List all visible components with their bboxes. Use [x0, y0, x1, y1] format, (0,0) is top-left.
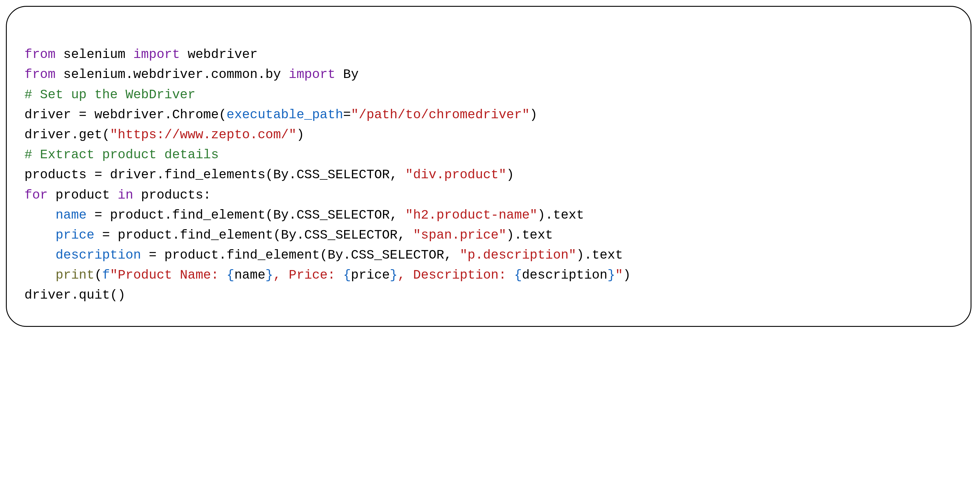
- loop-var: product: [48, 188, 118, 202]
- comment: # Extract product details: [24, 148, 219, 162]
- paren-close: ): [530, 107, 537, 122]
- code-line-4: driver = webdriver.Chrome(executable_pat…: [24, 107, 538, 122]
- keyword-import: import: [134, 47, 180, 62]
- keyword-in: in: [118, 188, 134, 202]
- paren-close: ): [296, 127, 304, 142]
- fstring-expr: name: [234, 268, 266, 283]
- module-name: selenium: [56, 47, 134, 62]
- code-text: products:: [134, 188, 211, 202]
- fstring-text: , Price:: [273, 268, 343, 283]
- code-text: driver.get(: [24, 127, 110, 142]
- paren-close: ): [506, 167, 514, 182]
- var-name: description: [56, 248, 141, 262]
- code-line-1: from selenium import webdriver: [24, 47, 258, 62]
- string-literal: "span.price": [413, 228, 506, 242]
- module-name: By: [335, 67, 358, 82]
- paren-close: ): [623, 268, 630, 283]
- code-text: driver = webdriver.Chrome(: [24, 107, 227, 122]
- quote: ": [110, 268, 118, 283]
- code-line-8: for product in products:: [24, 188, 211, 202]
- builtin-print: print: [56, 268, 94, 283]
- paren-open: (: [94, 268, 102, 283]
- string-literal: "p.description": [460, 248, 576, 262]
- string-literal: "/path/to/chromedriver": [351, 107, 530, 122]
- code-line-12: print(f"Product Name: {name}, Price: {pr…: [24, 268, 631, 283]
- code-text: ).text: [506, 228, 553, 242]
- brace-open: {: [343, 268, 351, 283]
- code-line-2: from selenium.webdriver.common.by import…: [24, 67, 358, 82]
- code-text: ).text: [576, 248, 623, 262]
- code-text: = product.find_element(By.CSS_SELECTOR,: [94, 228, 413, 242]
- module-name: selenium.webdriver.common.by: [56, 67, 289, 82]
- code-text: ).text: [538, 208, 584, 222]
- code-line-6: # Extract product details: [24, 148, 219, 162]
- code-text: driver.quit(): [24, 288, 126, 302]
- brace-close: }: [390, 268, 398, 283]
- fstring-expr: price: [351, 268, 390, 283]
- code-line-13: driver.quit(): [24, 288, 126, 302]
- quote: ": [615, 268, 623, 283]
- module-name: webdriver: [180, 47, 258, 62]
- code-line-9: name = product.find_element(By.CSS_SELEC…: [24, 208, 584, 222]
- equals: =: [343, 107, 351, 122]
- string-literal: "https://www.zepto.com/": [110, 127, 296, 142]
- brace-close: }: [607, 268, 615, 283]
- fstring-expr: description: [522, 268, 607, 283]
- fstring-text: , Description:: [398, 268, 514, 283]
- var-name: name: [56, 208, 87, 222]
- brace-open: {: [227, 268, 234, 283]
- var-name: price: [56, 228, 94, 242]
- code-text: = product.find_element(By.CSS_SELECTOR,: [141, 248, 460, 262]
- f-prefix: f: [102, 268, 110, 283]
- code-line-10: price = product.find_element(By.CSS_SELE…: [24, 228, 553, 242]
- keyword-from: from: [24, 67, 56, 82]
- string-literal: "h2.product-name": [406, 208, 538, 222]
- code-line-11: description = product.find_element(By.CS…: [24, 248, 623, 262]
- code-line-7: products = driver.find_elements(By.CSS_S…: [24, 167, 514, 182]
- keyword-from: from: [24, 47, 56, 62]
- code-block: from selenium import webdriver from sele…: [6, 6, 972, 327]
- fstring-text: Product Name:: [118, 268, 227, 283]
- brace-close: }: [266, 268, 273, 283]
- comment: # Set up the WebDriver: [24, 87, 196, 102]
- code-text: products = driver.find_elements(By.CSS_S…: [24, 167, 406, 182]
- keyword-for: for: [24, 188, 48, 202]
- keyword-import: import: [289, 67, 335, 82]
- string-literal: "div.product": [406, 167, 506, 182]
- code-line-3: # Set up the WebDriver: [24, 87, 196, 102]
- brace-open: {: [514, 268, 522, 283]
- code-line-5: driver.get("https://www.zepto.com/"): [24, 127, 304, 142]
- param-name: executable_path: [227, 107, 343, 122]
- code-text: = product.find_element(By.CSS_SELECTOR,: [86, 208, 406, 222]
